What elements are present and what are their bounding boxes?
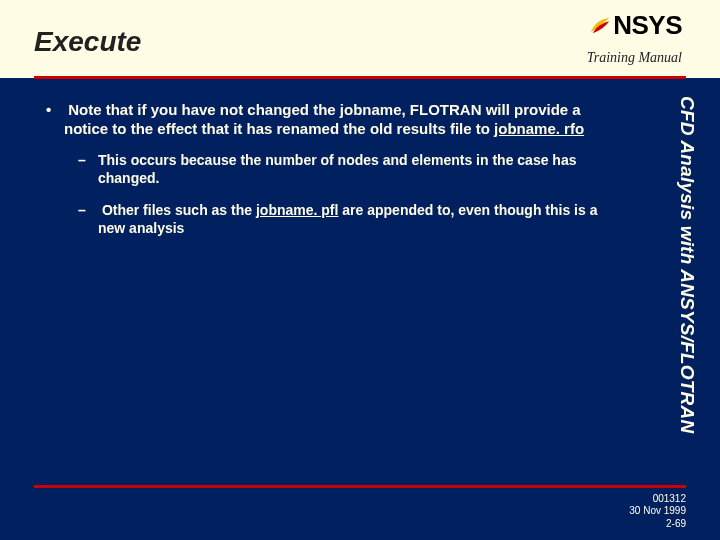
logo-name: NSYS <box>613 10 682 41</box>
footer-date: 30 Nov 1999 <box>629 505 686 518</box>
sub-list: This occurs because the number of nodes … <box>64 152 620 238</box>
sub-item: This occurs because the number of nodes … <box>98 152 620 188</box>
bottom-rule <box>34 485 686 488</box>
side-text-container: CFD Analysis with ANSYS/FLOTRAN <box>670 96 698 476</box>
training-manual-label: Training Manual <box>587 50 682 66</box>
side-text: CFD Analysis with ANSYS/FLOTRAN <box>676 96 698 476</box>
slide: Execute NSYS Training Manual Note that i… <box>0 0 720 540</box>
header: Execute NSYS Training Manual <box>0 0 720 78</box>
sub-text: This occurs because the number of nodes … <box>98 152 576 186</box>
footer-code: 001312 <box>629 493 686 506</box>
bullet-item: Note that if you have not changed the jo… <box>64 100 620 238</box>
top-rule <box>34 76 686 79</box>
footer-page: 2-69 <box>629 518 686 531</box>
logo: NSYS <box>589 10 682 41</box>
bullet-list: Note that if you have not changed the jo… <box>46 100 620 238</box>
bullet-text-underlined: jobname. rfo <box>494 120 584 137</box>
logo-text: NSYS <box>589 10 682 41</box>
sub-item: Other files such as the jobname. pfl are… <box>98 202 620 238</box>
footer: 001312 30 Nov 1999 2-69 <box>629 493 686 531</box>
content: Note that if you have not changed the jo… <box>46 100 620 252</box>
sub-text-underlined: jobname. pfl <box>256 202 338 218</box>
logo-swoosh-icon <box>589 14 611 36</box>
sub-text: Other files such as the <box>102 202 256 218</box>
page-title: Execute <box>34 26 141 58</box>
